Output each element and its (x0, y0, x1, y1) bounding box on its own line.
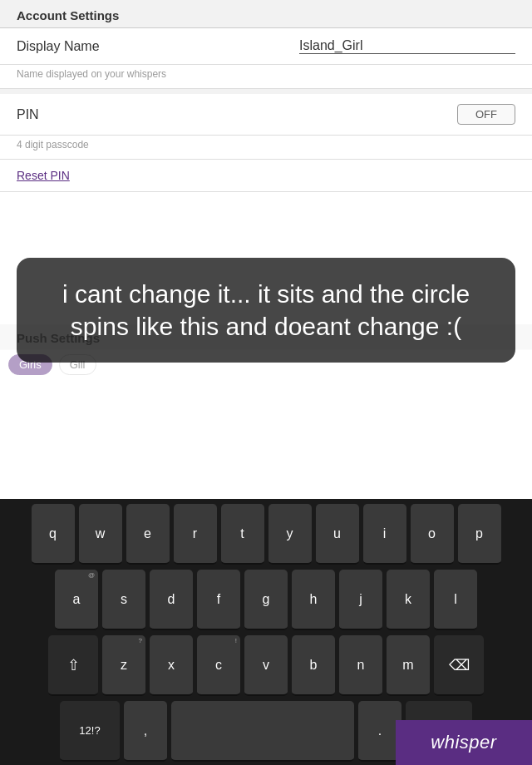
key-g[interactable]: g (244, 570, 288, 630)
keyboard-row-1: q w e r t y u i o p (3, 504, 529, 565)
key-i[interactable]: i (363, 504, 406, 565)
reset-pin-link[interactable]: Reset PIN (17, 169, 70, 182)
space-key[interactable] (171, 701, 354, 762)
keyboard-row-2: a@ s d f g h j k l (3, 570, 529, 630)
comment-bubble: i cant change it... it sits and the circ… (17, 258, 515, 363)
key-y[interactable]: y (268, 504, 312, 565)
keyboard-row-3: ⇧ z? x c! v b n m ⌫ (3, 635, 529, 696)
key-r[interactable]: r (174, 504, 217, 565)
key-z[interactable]: z? (102, 635, 145, 696)
key-l[interactable]: l (434, 570, 477, 630)
whisper-button[interactable]: whisper (396, 720, 532, 765)
key-t[interactable]: t (221, 504, 264, 565)
key-b[interactable]: b (292, 635, 335, 696)
key-w[interactable]: w (79, 504, 122, 565)
key-s[interactable]: s (102, 570, 145, 630)
shift-key[interactable]: ⇧ (48, 635, 98, 696)
key-u[interactable]: u (316, 504, 359, 565)
pin-row: PIN OFF (0, 94, 532, 136)
reset-pin-row: Reset PIN (0, 160, 532, 192)
key-f[interactable]: f (197, 570, 240, 630)
key-x[interactable]: x (150, 635, 193, 696)
account-settings-header: Account Settings (0, 0, 532, 28)
key-e[interactable]: e (126, 504, 170, 565)
key-comma[interactable]: , (124, 701, 167, 762)
comment-overlay: i cant change it... it sits and the circ… (0, 258, 532, 363)
key-j[interactable]: j (339, 570, 382, 630)
settings-panel: Account Settings Display Name Name displ… (0, 0, 532, 192)
key-k[interactable]: k (387, 570, 430, 630)
key-d[interactable]: d (150, 570, 193, 630)
key-m[interactable]: m (387, 635, 430, 696)
key-p[interactable]: p (458, 504, 501, 565)
key-q[interactable]: q (32, 504, 75, 565)
key-c[interactable]: c! (197, 635, 240, 696)
key-o[interactable]: o (411, 504, 454, 565)
display-name-row: Display Name (0, 28, 532, 65)
backspace-key[interactable]: ⌫ (434, 635, 484, 696)
display-name-hint: Name displayed on your whispers (0, 65, 532, 89)
key-n[interactable]: n (339, 635, 382, 696)
key-h[interactable]: h (292, 570, 335, 630)
pin-label: PIN (17, 107, 39, 122)
pin-toggle[interactable]: OFF (457, 104, 515, 125)
num-key[interactable]: 12!? (60, 701, 120, 762)
whisper-button-label: whisper (431, 732, 496, 753)
key-a[interactable]: a@ (55, 570, 98, 630)
pin-hint: 4 digit passcode (0, 136, 532, 160)
comment-text: i cant change it... it sits and the circ… (62, 280, 470, 340)
key-v[interactable]: v (244, 635, 288, 696)
display-name-label: Display Name (17, 39, 100, 54)
display-name-input[interactable] (299, 38, 515, 54)
